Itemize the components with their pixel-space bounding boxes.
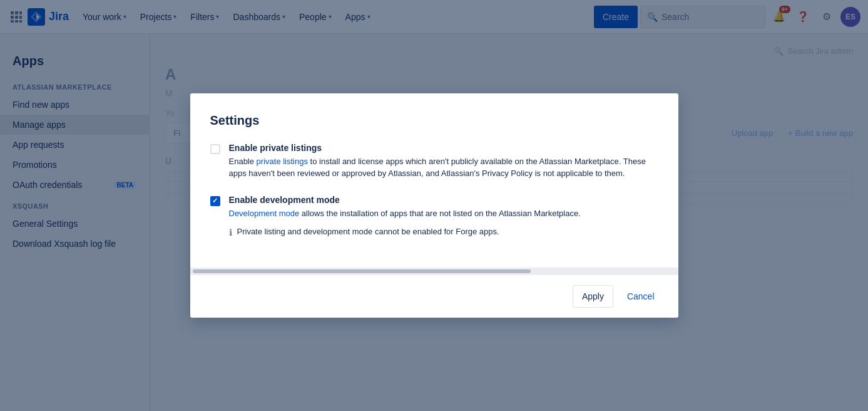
private-listings-setting: Enable private listings Enable private l… (210, 143, 658, 180)
dev-mode-note: ℹ Private listing and development mode c… (229, 227, 658, 237)
private-listings-checkbox[interactable] (210, 144, 220, 154)
info-icon: ℹ (229, 227, 232, 237)
dev-mode-setting: Enable development mode Development mode… (210, 195, 658, 238)
dev-mode-label: Enable development mode (229, 195, 658, 205)
cancel-button[interactable]: Cancel (618, 285, 663, 308)
modal-scrollbar[interactable] (190, 268, 678, 275)
modal-overlay: Settings Enable private listings Enable … (0, 0, 868, 411)
apply-button[interactable]: Apply (573, 285, 613, 308)
private-listings-description: Enable private listings to install and l… (229, 155, 658, 180)
modal-footer: Apply Cancel (190, 275, 678, 318)
private-listings-link[interactable]: private listings (257, 157, 308, 166)
settings-modal: Settings Enable private listings Enable … (190, 93, 678, 318)
modal-scrollbar-thumb (193, 269, 531, 273)
dev-mode-link[interactable]: Development mode (229, 209, 300, 218)
modal-body: Settings Enable private listings Enable … (190, 93, 678, 268)
dev-mode-checkbox[interactable] (210, 196, 220, 206)
private-listings-content: Enable private listings Enable private l… (229, 143, 658, 180)
private-listings-label: Enable private listings (229, 143, 658, 153)
dev-mode-content: Enable development mode Development mode… (229, 195, 658, 238)
dev-mode-description: Development mode allows the installation… (229, 207, 658, 220)
modal-title: Settings (210, 113, 658, 128)
